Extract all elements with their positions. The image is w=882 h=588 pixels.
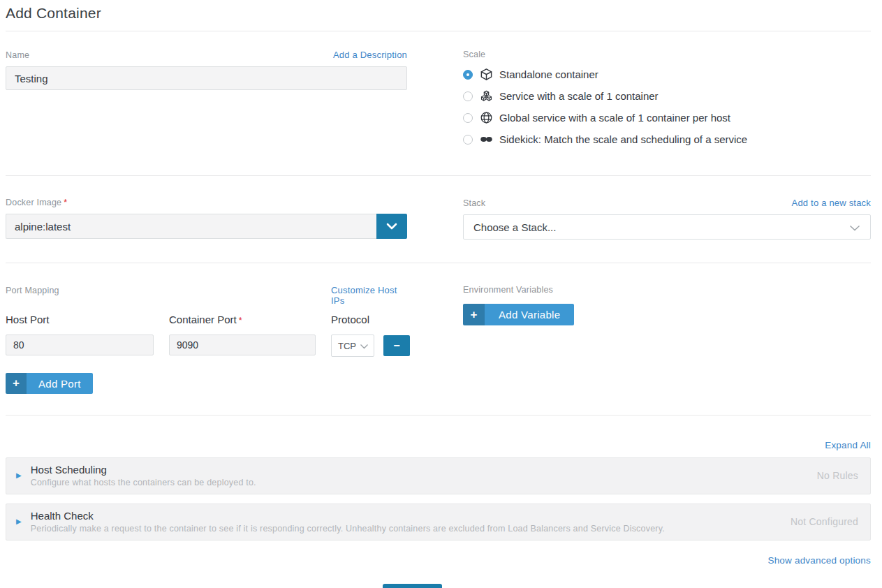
cubes-icon [479, 89, 493, 103]
chevron-down-icon [386, 221, 397, 232]
section-divider [6, 415, 871, 416]
add-description-link[interactable]: Add a Description [333, 50, 407, 60]
protocol-select[interactable]: TCP [331, 335, 374, 357]
expand-all-link[interactable]: Expand All [825, 440, 871, 450]
scale-option-label: Standalone container [499, 68, 598, 80]
required-asterisk: * [64, 198, 67, 207]
scale-option-label: Service with a scale of 1 container [499, 90, 659, 102]
image-stack-section: Docker Image* Stack Add to a new stack C… [6, 198, 871, 240]
health-check-accordion[interactable]: ▶ Health Check Periodically make a reque… [6, 504, 871, 541]
docker-image-input[interactable] [6, 214, 376, 239]
host-port-header: Host Port [6, 314, 154, 325]
required-asterisk: * [239, 316, 242, 325]
scale-option-global[interactable]: Global service with a scale of 1 contain… [463, 107, 871, 128]
radio-button[interactable] [463, 91, 473, 101]
name-scale-section: Name Add a Description Scale Standalone … [6, 50, 871, 150]
name-input[interactable] [6, 66, 407, 90]
globe-icon [479, 111, 493, 125]
radio-button[interactable] [463, 70, 473, 80]
triangle-right-icon: ▶ [16, 518, 22, 525]
scale-option-label: Global service with a scale of 1 contain… [499, 112, 730, 124]
container-port-header: Container Port* [169, 314, 316, 325]
add-port-label: Add Port [27, 373, 93, 394]
scale-group: Scale Standalone container [463, 50, 871, 150]
name-field-group: Name Add a Description [6, 50, 407, 150]
plus-icon: + [463, 304, 485, 325]
scale-radio-group: Standalone container Service wi [463, 64, 871, 150]
image-dropdown-button[interactable] [376, 214, 407, 239]
launch-button[interactable]: Launch [383, 584, 442, 588]
customize-host-ips-link[interactable]: Customize Host IPs [331, 285, 407, 306]
form-actions: Launch Cancel [6, 584, 871, 588]
add-port-button[interactable]: + Add Port [6, 373, 93, 394]
triangle-right-icon: ▶ [16, 472, 22, 479]
stack-group: Stack Add to a new stack Choose a Stack.… [463, 198, 871, 240]
add-variable-button[interactable]: + Add Variable [463, 304, 574, 325]
stack-select[interactable]: Choose a Stack... [463, 214, 871, 240]
page-header: Add Container [6, 0, 871, 31]
add-variable-label: Add Variable [485, 304, 574, 325]
plus-icon: + [6, 373, 27, 394]
remove-port-button[interactable]: − [383, 335, 410, 356]
scale-label: Scale [463, 50, 485, 59]
scale-option-sidekick[interactable]: Sidekick: Match the scale and scheduling… [463, 128, 871, 150]
page-title: Add Container [6, 5, 871, 22]
env-vars-group: Environment Variables + Add Variable [463, 285, 871, 394]
port-row: TCP − [6, 335, 407, 357]
accordion-title: Health Check [31, 510, 791, 522]
name-label: Name [6, 50, 29, 60]
radio-button[interactable] [463, 113, 473, 123]
advanced-section: Expand All ▶ Host Scheduling Configure w… [6, 440, 871, 566]
env-vars-label: Environment Variables [463, 285, 553, 295]
port-mapping-group: Port Mapping Customize Host IPs Host Por… [6, 285, 407, 394]
cube-icon [479, 68, 493, 82]
protocol-value: TCP [338, 341, 356, 351]
docker-image-group: Docker Image* [6, 198, 407, 240]
status-badge: Not Configured [791, 516, 858, 527]
minus-icon: − [393, 340, 399, 351]
chevron-down-icon [849, 221, 860, 233]
scale-option-service[interactable]: Service with a scale of 1 container [463, 85, 871, 107]
mask-icon [479, 133, 493, 147]
accordion-title: Host Scheduling [31, 464, 817, 476]
section-divider [6, 175, 871, 176]
protocol-header: Protocol [331, 314, 407, 325]
host-port-input[interactable] [6, 335, 154, 355]
stack-label: Stack [463, 198, 485, 208]
ports-env-section: Port Mapping Customize Host IPs Host Por… [6, 285, 871, 394]
section-divider [6, 263, 871, 263]
status-badge: No Rules [817, 470, 858, 481]
host-scheduling-accordion[interactable]: ▶ Host Scheduling Configure what hosts t… [6, 457, 871, 494]
add-to-new-stack-link[interactable]: Add to a new stack [792, 198, 871, 208]
accordion-description: Configure what hosts the containers can … [31, 478, 817, 487]
container-port-input[interactable] [169, 335, 316, 355]
port-mapping-label: Port Mapping [6, 286, 154, 295]
stack-select-value: Choose a Stack... [473, 221, 556, 233]
docker-image-label: Docker Image* [6, 198, 67, 207]
chevron-down-icon [360, 341, 369, 351]
radio-button[interactable] [463, 135, 473, 145]
add-container-form: Add Container Name Add a Description Sca… [0, 0, 882, 588]
accordion-description: Periodically make a request to the conta… [31, 524, 791, 534]
show-advanced-options-link[interactable]: Show advanced options [767, 555, 871, 566]
scale-option-standalone[interactable]: Standalone container [463, 64, 871, 85]
scale-option-label: Sidekick: Match the scale and scheduling… [499, 133, 747, 145]
